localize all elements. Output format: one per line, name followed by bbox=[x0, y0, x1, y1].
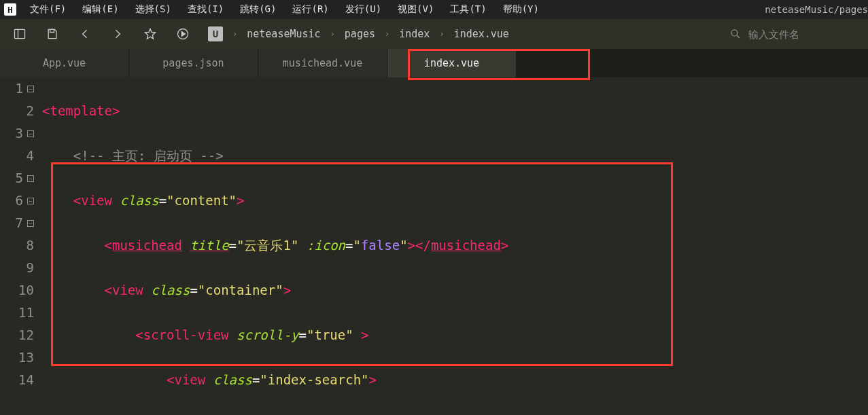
menu-run[interactable]: 运行(R) bbox=[285, 2, 335, 17]
svg-line-7 bbox=[737, 35, 740, 38]
line-number-gutter: 1− 2 3− 4 5− 6− 7− 8 9 10 11 12 13 14 bbox=[0, 77, 39, 415]
fold-icon[interactable]: − bbox=[27, 86, 34, 92]
menu-find[interactable]: 查找(I) bbox=[181, 2, 230, 17]
menu-edit[interactable]: 编辑(E) bbox=[75, 2, 125, 17]
code-editor[interactable]: 1− 2 3− 4 5− 6− 7− 8 9 10 11 12 13 14 <t… bbox=[0, 77, 868, 415]
svg-rect-2 bbox=[50, 29, 54, 32]
fold-icon[interactable]: − bbox=[27, 198, 34, 204]
svg-marker-5 bbox=[181, 32, 185, 37]
menu-help[interactable]: 帮助(Y) bbox=[496, 2, 546, 17]
menu-select[interactable]: 选择(S) bbox=[128, 2, 178, 17]
sidebar-toggle-icon[interactable] bbox=[12, 26, 27, 41]
menu-file[interactable]: 文件(F) bbox=[23, 2, 73, 17]
svg-marker-3 bbox=[145, 29, 156, 39]
menu-publish[interactable]: 发行(U) bbox=[338, 2, 388, 17]
chevron-right-icon: › bbox=[330, 29, 335, 39]
breadcrumb-segment[interactable]: pages bbox=[345, 28, 375, 40]
editor-tabs: App.vue pages.json musichead.vue index.v… bbox=[0, 49, 868, 77]
code-content[interactable]: <template> <!-- 主页: 启动页 --> <view class=… bbox=[39, 77, 868, 415]
breadcrumb-segment[interactable]: neteaseMusic bbox=[247, 28, 320, 40]
chevron-right-icon: › bbox=[385, 29, 389, 39]
breadcrumb-segment[interactable]: index.vue bbox=[454, 28, 509, 40]
menu-bar: H 文件(F) 编辑(E) 选择(S) 查找(I) 跳转(G) 运行(R) 发行… bbox=[0, 0, 868, 19]
svg-rect-0 bbox=[15, 29, 25, 38]
search-icon bbox=[729, 28, 742, 40]
run-icon[interactable] bbox=[175, 26, 190, 41]
tab-index-vue[interactable]: index.vue bbox=[387, 49, 517, 77]
breadcrumb: U › neteaseMusic › pages › index › index… bbox=[208, 26, 509, 41]
chevron-right-icon: › bbox=[232, 29, 237, 39]
project-icon: U bbox=[208, 26, 223, 41]
app-logo: H bbox=[4, 3, 16, 16]
file-search-input[interactable] bbox=[748, 29, 850, 40]
star-icon[interactable] bbox=[143, 26, 158, 41]
tab-musichead-vue[interactable]: musichead.vue bbox=[258, 49, 387, 77]
fold-icon[interactable]: − bbox=[27, 220, 34, 227]
save-icon[interactable] bbox=[45, 26, 60, 41]
breadcrumb-segment[interactable]: index bbox=[399, 28, 430, 40]
tab-pages-json[interactable]: pages.json bbox=[129, 49, 258, 77]
fold-icon[interactable]: − bbox=[27, 175, 34, 182]
back-icon[interactable] bbox=[77, 26, 92, 41]
forward-icon[interactable] bbox=[110, 26, 125, 41]
menu-tools[interactable]: 工具(T) bbox=[443, 2, 493, 17]
file-search-box[interactable] bbox=[724, 25, 856, 43]
project-path-label: neteaseMusic/pages bbox=[765, 4, 868, 15]
toolbar: U › neteaseMusic › pages › index › index… bbox=[0, 19, 868, 49]
fold-icon[interactable]: − bbox=[27, 130, 34, 137]
menu-view[interactable]: 视图(V) bbox=[391, 2, 440, 17]
svg-point-6 bbox=[731, 30, 737, 36]
tab-app-vue[interactable]: App.vue bbox=[0, 49, 129, 77]
chevron-right-icon: › bbox=[439, 29, 444, 39]
menu-goto[interactable]: 跳转(G) bbox=[233, 2, 283, 17]
